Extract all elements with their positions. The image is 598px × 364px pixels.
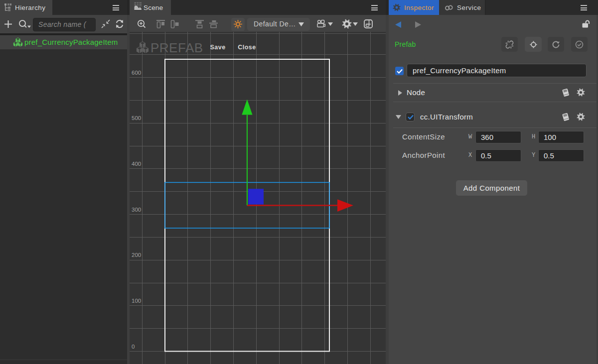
svg-text:Close: Close [238,44,256,51]
svg-text:Save: Save [210,44,225,51]
svg-text:200: 200 [132,252,141,258]
svg-text:400: 400 [132,161,141,167]
svg-text:PREFAB: PREFAB [150,40,203,55]
svg-text:100: 100 [132,298,141,304]
svg-text:0: 0 [132,344,135,350]
svg-text:600: 600 [132,70,141,76]
svg-text:300: 300 [132,207,141,213]
svg-text:500: 500 [132,115,141,121]
